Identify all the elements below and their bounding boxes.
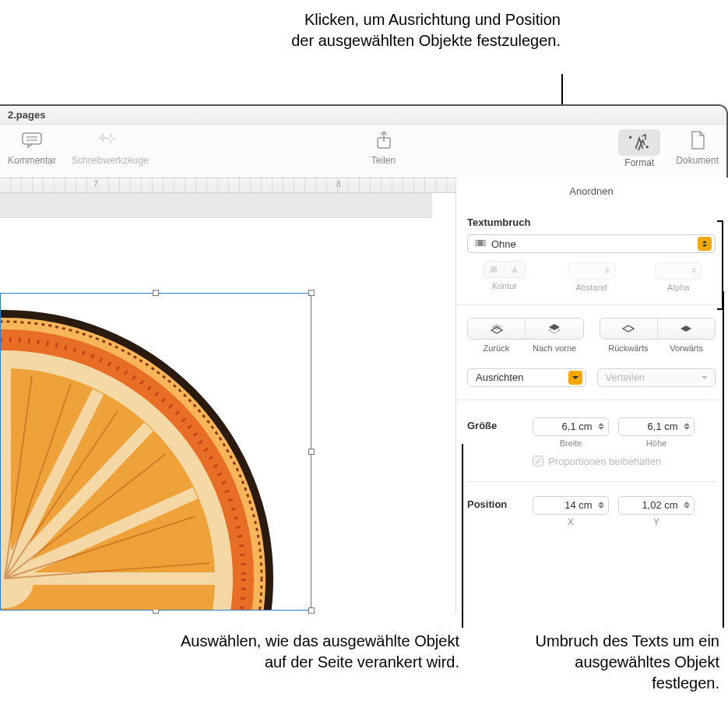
height-stepper[interactable]: 6,1 cm bbox=[618, 417, 695, 436]
selection-handle-ne[interactable] bbox=[308, 290, 315, 296]
stepper-buttons-icon[interactable] bbox=[681, 502, 692, 509]
format-icon bbox=[618, 129, 660, 156]
stepper-buttons-icon[interactable] bbox=[596, 423, 607, 430]
front-label: Nach vorne bbox=[526, 343, 584, 353]
send-to-back-button[interactable] bbox=[468, 319, 525, 339]
x-stepper[interactable]: 14 cm bbox=[533, 496, 609, 515]
text-wrap-dropdown[interactable]: Ohne bbox=[467, 234, 716, 253]
sparkle-icon bbox=[97, 129, 123, 153]
svg-rect-29 bbox=[478, 240, 483, 246]
layer-back-front-group bbox=[467, 318, 584, 340]
alpha-label: Alpha bbox=[641, 283, 716, 292]
checkbox-checked-icon: ✓ bbox=[533, 456, 543, 466]
text-wrap-title: Textumbruch bbox=[467, 216, 716, 228]
toolbar-writing-tools[interactable]: Schreibwerkzeuge bbox=[64, 129, 157, 166]
paper-margin bbox=[0, 193, 432, 218]
forward-icon bbox=[677, 322, 695, 335]
back-label: Zurück bbox=[467, 343, 526, 353]
y-label: Y bbox=[618, 517, 695, 526]
x-value: 14 cm bbox=[538, 499, 596, 511]
comment-icon bbox=[19, 129, 45, 153]
selection-handle-n[interactable] bbox=[153, 290, 159, 296]
inspector-tab-arrange[interactable]: Anordnen bbox=[467, 178, 716, 207]
contour-segmented bbox=[484, 261, 526, 278]
front-icon bbox=[546, 322, 563, 335]
toolbar-document-label: Dokument bbox=[676, 155, 719, 166]
document-icon bbox=[684, 129, 711, 153]
toolbar-comment[interactable]: Kommentar bbox=[0, 129, 64, 166]
callout-bottom-left: Auswählen, wie das ausgewählte Objekt au… bbox=[164, 631, 459, 673]
svg-point-6 bbox=[646, 146, 649, 148]
toolbar-document[interactable]: Dokument bbox=[668, 129, 726, 166]
y-value: 1,02 cm bbox=[624, 499, 681, 511]
spacing-stepper bbox=[568, 262, 615, 280]
alpha-stepper bbox=[655, 262, 702, 280]
backward-label: Rückwärts bbox=[600, 343, 658, 353]
window-title: 2.pages bbox=[0, 106, 726, 125]
text-wrap-value: Ohne bbox=[491, 238, 516, 250]
selected-image[interactable] bbox=[0, 293, 311, 611]
x-label: X bbox=[533, 517, 609, 526]
bring-forward-button[interactable] bbox=[657, 319, 715, 339]
toolbar-format-label: Format bbox=[624, 157, 654, 168]
inspector-panel: Anordnen Textumbruch Ohne Kontur Abstand… bbox=[455, 178, 726, 614]
back-icon bbox=[488, 322, 505, 335]
size-title: Größe bbox=[467, 417, 529, 431]
send-backward-button[interactable] bbox=[600, 319, 657, 339]
contour-label: Kontur bbox=[467, 281, 542, 290]
width-stepper[interactable]: 6,1 cm bbox=[533, 417, 609, 436]
align-label: Ausrichten bbox=[476, 371, 523, 383]
chevron-down-icon bbox=[698, 371, 712, 385]
layer-backward-forward-group bbox=[600, 318, 716, 340]
ruler: 7 8 bbox=[0, 178, 455, 193]
callout-line bbox=[462, 444, 463, 628]
ruler-mark-8: 8 bbox=[336, 180, 341, 188]
ruler-mark-7: 7 bbox=[93, 180, 98, 188]
spacing-label: Abstand bbox=[554, 283, 629, 292]
width-value: 6,1 cm bbox=[538, 421, 596, 432]
bring-to-front-button[interactable] bbox=[525, 319, 582, 339]
selection-handle-e[interactable] bbox=[308, 449, 315, 455]
align-dropdown[interactable]: Ausrichten bbox=[467, 368, 586, 387]
share-icon bbox=[371, 129, 397, 153]
width-label: Breite bbox=[533, 438, 609, 448]
distribute-dropdown: Verteilen bbox=[597, 368, 716, 387]
callout-top: Klicken, um Ausrichtung und Position der… bbox=[288, 9, 561, 51]
window-chrome: 2.pages Kommentar Schreibwerkzeuge Teile… bbox=[0, 104, 728, 178]
constrain-proportions: ✓ Proportionen beibehalten bbox=[533, 456, 716, 467]
separator bbox=[456, 304, 726, 305]
distribute-label: Verteilen bbox=[606, 371, 645, 383]
contour-shape-icon bbox=[505, 262, 525, 277]
callout-line bbox=[723, 291, 724, 628]
svg-rect-0 bbox=[23, 133, 41, 144]
callout-top-line bbox=[561, 74, 563, 105]
callout-bottom-right: Umbruch des Texts um ein ausgewähltes Ob… bbox=[512, 631, 719, 694]
y-stepper[interactable]: 1,02 cm bbox=[618, 496, 695, 515]
position-title: Position bbox=[467, 496, 529, 510]
toolbar: Kommentar Schreibwerkzeuge Teilen Format bbox=[0, 125, 726, 179]
separator bbox=[456, 399, 726, 400]
height-label: Höhe bbox=[618, 438, 695, 448]
contour-rect-icon bbox=[484, 262, 505, 277]
chevron-down-icon bbox=[568, 371, 582, 385]
toolbar-comment-label: Kommentar bbox=[8, 155, 56, 166]
constrain-label: Proportionen beibehalten bbox=[548, 456, 661, 467]
stepper-buttons-icon[interactable] bbox=[596, 502, 607, 509]
forward-label: Vorwärts bbox=[657, 343, 716, 353]
wrap-none-icon bbox=[474, 238, 487, 250]
height-value: 6,1 cm bbox=[624, 421, 681, 432]
toolbar-share-label: Teilen bbox=[371, 155, 396, 166]
toolbar-writing-tools-label: Schreibwerkzeuge bbox=[72, 155, 149, 166]
dropdown-caret-icon bbox=[698, 237, 712, 251]
orange-slice-illustration bbox=[0, 306, 304, 610]
svg-rect-30 bbox=[491, 266, 497, 273]
backward-icon bbox=[620, 322, 637, 335]
selection-handle-se[interactable] bbox=[308, 607, 315, 614]
toolbar-format[interactable]: Format bbox=[610, 129, 668, 168]
stepper-buttons-icon[interactable] bbox=[681, 423, 692, 430]
svg-point-5 bbox=[629, 136, 631, 139]
toolbar-share[interactable]: Teilen bbox=[357, 129, 411, 166]
